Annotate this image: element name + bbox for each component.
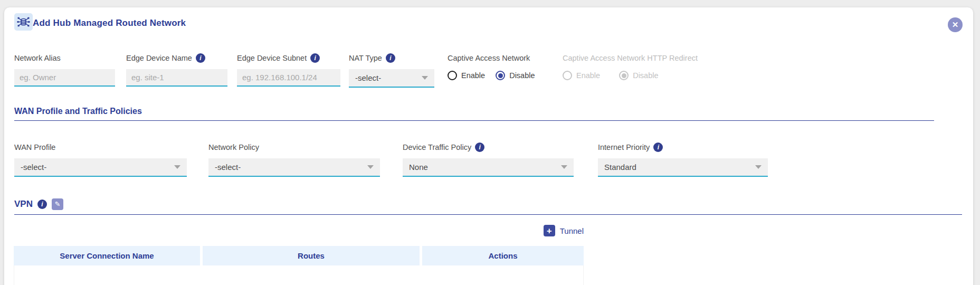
edge-device-name-input[interactable] bbox=[126, 69, 227, 87]
network-policy-label: Network Policy bbox=[208, 142, 380, 152]
table-body-empty bbox=[14, 265, 584, 285]
add-hub-managed-routed-network-dialog: Add Hub Managed Routed Network ✕ Network… bbox=[4, 7, 973, 285]
edge-device-subnet-input[interactable] bbox=[237, 69, 340, 87]
device-traffic-policy-label: Device Traffic Policy i bbox=[403, 142, 574, 152]
wan-profile-label: WAN Profile bbox=[14, 142, 187, 152]
chevron-down-icon bbox=[422, 76, 428, 80]
nat-type-label: NAT Type i bbox=[349, 53, 434, 63]
add-tunnel-plus-icon[interactable]: + bbox=[544, 225, 555, 236]
edge-device-name-label: Edge Device Name i bbox=[126, 53, 227, 63]
table-header-row: Server Connection Name Routes Actions bbox=[14, 246, 584, 265]
add-tunnel-label[interactable]: Tunnel bbox=[560, 226, 584, 235]
internet-priority-field: Internet Priority i Standard bbox=[598, 142, 768, 177]
network-policy-select[interactable]: -select- bbox=[208, 158, 380, 177]
hub-network-icon bbox=[14, 13, 33, 31]
nat-type-select[interactable]: -select- bbox=[349, 69, 434, 88]
edge-device-name-field: Edge Device Name i bbox=[126, 53, 227, 87]
column-header-routes: Routes bbox=[203, 246, 420, 265]
http-redirect-enable-radio: Enable bbox=[563, 71, 600, 80]
vpn-section-header: VPN i ✎ bbox=[14, 198, 962, 215]
radio-circle-icon bbox=[448, 71, 457, 80]
info-icon[interactable]: i bbox=[196, 53, 205, 63]
info-icon[interactable]: i bbox=[475, 142, 484, 152]
radio-circle-icon bbox=[496, 71, 505, 80]
column-header-server-connection-name: Server Connection Name bbox=[14, 246, 200, 265]
device-traffic-policy-select[interactable]: None bbox=[403, 158, 574, 177]
network-alias-label: Network Alias bbox=[14, 53, 115, 63]
captive-access-network-group: Captive Access Network Enable Disable bbox=[448, 53, 535, 81]
network-policy-field: Network Policy -select- bbox=[208, 142, 380, 177]
wan-profile-select[interactable]: -select- bbox=[14, 158, 187, 177]
close-icon[interactable]: ✕ bbox=[948, 17, 963, 32]
radio-circle-icon bbox=[563, 71, 572, 80]
chevron-down-icon bbox=[174, 165, 180, 169]
device-traffic-policy-field: Device Traffic Policy i None bbox=[403, 142, 574, 177]
vpn-section-title: VPN bbox=[14, 199, 33, 210]
network-alias-input[interactable] bbox=[14, 69, 115, 87]
vpn-tunnel-table: Server Connection Name Routes Actions bbox=[14, 246, 584, 285]
edit-pencil-icon[interactable]: ✎ bbox=[52, 198, 63, 210]
chevron-down-icon bbox=[755, 165, 762, 169]
tunnel-toolbar: + Tunnel bbox=[14, 225, 584, 236]
nat-type-field: NAT Type i -select- bbox=[349, 53, 434, 88]
radio-circle-icon bbox=[619, 71, 629, 80]
wan-section-header: WAN Profile and Traffic Policies bbox=[14, 107, 934, 121]
column-header-actions: Actions bbox=[422, 246, 584, 265]
dialog-title: Add Hub Managed Routed Network bbox=[33, 16, 186, 30]
internet-priority-select[interactable]: Standard bbox=[598, 158, 768, 177]
network-alias-field: Network Alias bbox=[14, 53, 115, 87]
captive-access-network-label: Captive Access Network bbox=[448, 53, 535, 63]
captive-access-enable-radio[interactable]: Enable bbox=[448, 71, 485, 80]
info-icon[interactable]: i bbox=[310, 53, 320, 63]
info-icon[interactable]: i bbox=[653, 142, 663, 152]
info-icon[interactable]: i bbox=[37, 200, 47, 209]
chevron-down-icon bbox=[367, 165, 374, 169]
wan-section-title: WAN Profile and Traffic Policies bbox=[14, 107, 142, 116]
wan-profile-field: WAN Profile -select- bbox=[14, 142, 187, 177]
captive-access-disable-radio[interactable]: Disable bbox=[496, 71, 535, 80]
chevron-down-icon bbox=[561, 165, 567, 169]
edge-device-subnet-label: Edge Device Subnet i bbox=[237, 53, 340, 63]
edge-device-subnet-field: Edge Device Subnet i bbox=[237, 53, 340, 87]
captive-access-http-redirect-label: Captive Access Network HTTP Redirect bbox=[563, 53, 698, 63]
captive-access-http-redirect-group: Captive Access Network HTTP Redirect Ena… bbox=[563, 53, 698, 81]
http-redirect-disable-radio: Disable bbox=[619, 71, 658, 80]
internet-priority-label: Internet Priority i bbox=[598, 142, 768, 152]
info-icon[interactable]: i bbox=[386, 53, 395, 63]
